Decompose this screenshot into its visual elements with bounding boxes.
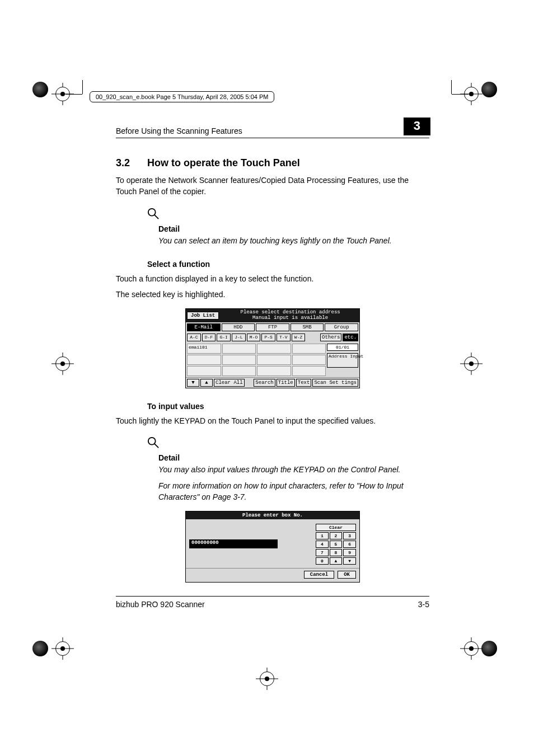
registration-ball-icon — [32, 641, 53, 661]
tab-smb[interactable]: SMB — [291, 323, 324, 331]
subsection-heading: To input values — [147, 402, 429, 411]
destination-item[interactable] — [257, 344, 291, 354]
tab-email[interactable]: E-Mail — [187, 323, 221, 331]
keypad-down-key[interactable]: ▼ — [343, 557, 356, 565]
detail-text: You may also input values through the KE… — [158, 464, 429, 476]
running-head: Before Using the Scanning Features 3 — [116, 118, 429, 138]
keypad-up-key[interactable]: ▲ — [330, 557, 343, 565]
destination-item[interactable] — [292, 366, 326, 376]
destination-item[interactable] — [187, 355, 221, 365]
section-number: 3.2 — [116, 157, 147, 169]
az-filter-button[interactable]: D-F — [202, 334, 216, 341]
crop-line — [451, 80, 452, 94]
destination-item[interactable] — [257, 366, 291, 376]
destination-item[interactable] — [187, 366, 221, 376]
az-filter-button[interactable]: J-L — [232, 334, 246, 341]
job-list-button[interactable]: Job List — [187, 312, 219, 320]
page-footer: bizhub PRO 920 Scanner 3-5 — [116, 596, 429, 609]
body-paragraph: The selected key is highlighted. — [116, 289, 429, 300]
az-filter-button[interactable]: A-C — [187, 334, 201, 341]
body-paragraph: Touch lightly the KEYPAD on the Touch Pa… — [116, 415, 429, 426]
keypad-key[interactable]: 0 — [316, 557, 329, 565]
detail-block: Detail You may also input values through… — [147, 436, 429, 503]
keypad-screenshot: Please enter box No. 000000000 Clear 1 2… — [185, 511, 360, 583]
az-filter-button[interactable]: T-V — [277, 334, 291, 341]
subsection-heading: Select a function — [147, 260, 429, 269]
tab-group[interactable]: Group — [325, 323, 358, 331]
destination-item[interactable] — [222, 344, 256, 354]
registration-ball-icon — [32, 82, 53, 102]
tab-hdd[interactable]: HDD — [222, 323, 255, 331]
crop-line — [452, 94, 469, 95]
detail-label: Detail — [158, 453, 429, 462]
destination-item[interactable] — [292, 355, 326, 365]
title-button[interactable]: Title — [277, 379, 295, 387]
destination-item[interactable]: email01 — [187, 344, 221, 354]
detail-text: You can select an item by touching keys … — [158, 236, 429, 247]
crosshair-icon — [51, 353, 74, 375]
az-filter-button[interactable]: W-Z — [292, 334, 306, 341]
intro-paragraph: To operate the Network Scanner features/… — [116, 175, 429, 198]
detail-text: For more information on how to input cha… — [158, 481, 429, 503]
ui-message-line: Please select destination address — [240, 309, 340, 315]
magnifier-icon — [147, 436, 160, 451]
svg-point-0 — [148, 208, 156, 215]
ok-button[interactable]: OK — [338, 571, 356, 579]
text-button[interactable]: Text — [296, 379, 312, 387]
others-button[interactable]: Others — [320, 334, 341, 341]
touch-panel-screenshot: Job List Please select destination addre… — [185, 308, 360, 388]
search-button[interactable]: Search — [254, 379, 275, 387]
cancel-button[interactable]: Cancel — [304, 571, 334, 579]
keypad-key[interactable]: 4 — [316, 541, 329, 548]
registration-ball-icon — [481, 82, 502, 102]
destination-item[interactable] — [292, 344, 326, 354]
content-area: Before Using the Scanning Features 3 3.2… — [116, 118, 429, 590]
page-counter: 01/01 — [327, 344, 358, 351]
section-title: How to operate the Touch Panel — [147, 157, 300, 168]
crop-line — [65, 94, 82, 95]
magnifier-icon — [147, 208, 160, 222]
crosshair-icon — [51, 637, 74, 660]
keypad-key[interactable]: 3 — [343, 532, 356, 539]
keypad-key[interactable]: 7 — [316, 549, 329, 556]
tab-ftp[interactable]: FTP — [256, 323, 289, 331]
keypad-key[interactable]: 2 — [330, 532, 343, 539]
svg-point-2 — [148, 438, 156, 445]
footer-product: bizhub PRO 920 Scanner — [116, 600, 205, 609]
destination-item[interactable] — [222, 366, 256, 376]
crosshair-icon — [460, 637, 483, 660]
keypad-title: Please enter box No. — [186, 511, 359, 519]
running-head-text: Before Using the Scanning Features — [116, 126, 242, 135]
numeric-display: 000000000 — [189, 539, 278, 548]
az-filter-button[interactable]: M-O — [247, 334, 261, 341]
scroll-down-button[interactable]: ▼ — [187, 379, 199, 387]
keypad-key[interactable]: 9 — [343, 549, 356, 556]
keypad-key[interactable]: 6 — [343, 541, 356, 548]
keypad-key[interactable]: 1 — [316, 532, 329, 539]
az-filter-button[interactable]: G-I — [217, 334, 231, 341]
crop-line — [82, 80, 83, 94]
body-paragraph: Touch a function displayed in a key to s… — [116, 273, 429, 284]
scroll-up-button[interactable]: ▲ — [200, 379, 213, 387]
detail-label: Detail — [158, 224, 429, 233]
footer-page-number: 3-5 — [418, 600, 429, 609]
address-input-button[interactable]: Address Input — [327, 353, 358, 368]
ui-message-line: Manual input is available — [252, 315, 328, 321]
clear-all-button[interactable]: Clear All — [214, 379, 245, 387]
section-heading: 3.2How to operate the Touch Panel — [116, 157, 429, 169]
etc-button[interactable]: etc. — [343, 334, 358, 341]
svg-line-1 — [154, 214, 158, 218]
svg-line-3 — [154, 444, 158, 448]
keypad-key[interactable]: 5 — [330, 541, 343, 548]
keypad-key[interactable]: 8 — [330, 549, 343, 556]
destination-item[interactable] — [222, 355, 256, 365]
clear-button[interactable]: Clear — [316, 524, 356, 531]
destination-item[interactable] — [257, 355, 291, 365]
document-meta: 00_920_scan_e.book Page 5 Thursday, Apri… — [90, 91, 274, 102]
az-filter-button[interactable]: P-S — [261, 334, 275, 341]
registration-ball-icon — [481, 641, 502, 661]
crosshair-icon — [256, 668, 278, 690]
crosshair-icon — [460, 353, 483, 375]
chapter-number-tab: 3 — [404, 118, 430, 135]
scan-settings-button[interactable]: Scan Set tings — [312, 379, 358, 387]
